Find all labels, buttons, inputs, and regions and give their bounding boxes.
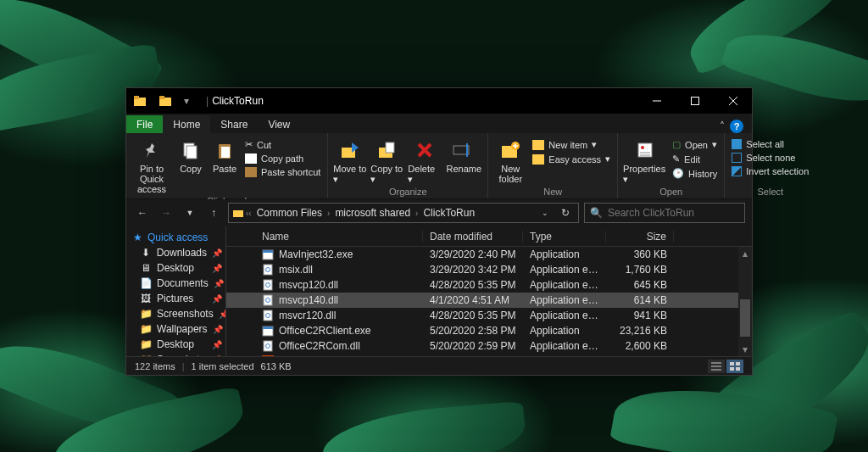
help-icon[interactable]: ? [730, 120, 743, 133]
table-row[interactable]: msix.dll 3/29/2020 3:42 PM Application e… [226, 262, 752, 277]
rename-button[interactable]: Rename [445, 137, 482, 174]
table-row[interactable]: MavInject32.exe 3/29/2020 2:40 PM Applic… [226, 247, 752, 262]
sidebar-item[interactable]: 📄Documents📌 [126, 276, 225, 291]
table-row[interactable]: msvcp120.dll 4/28/2020 5:35 PM Applicati… [226, 277, 752, 293]
file-icon [262, 294, 274, 306]
table-row[interactable]: OfficeC2RClient.exe 5/20/2020 2:58 PM Ap… [226, 323, 752, 338]
download-icon: ⬇ [140, 247, 152, 259]
pin-icon: 📌 [212, 294, 222, 304]
copy-to-button[interactable]: Copy to ▾ [370, 137, 404, 185]
svg-rect-11 [221, 147, 230, 158]
easy-access-button[interactable]: Easy access ▾ [531, 153, 612, 165]
paste-button[interactable]: Paste [209, 137, 240, 174]
file-size: 23,216 KB [606, 325, 674, 337]
back-button[interactable]: ← [133, 204, 152, 222]
sidebar-item[interactable]: 📁Wallpapers📌 [126, 321, 225, 337]
svg-rect-34 [264, 341, 272, 351]
titlebar[interactable]: ▾ | ClickToRun [126, 88, 752, 114]
details-view-button[interactable] [708, 360, 725, 373]
edit-button[interactable]: ✎Edit [670, 153, 719, 165]
folder-icon [133, 94, 147, 108]
new-item-button[interactable]: New item ▾ [531, 138, 612, 151]
table-row[interactable]: msvcp140.dll 4/1/2020 4:51 AM Applicatio… [226, 293, 752, 308]
dropdown-icon[interactable]: ▾ [184, 94, 198, 108]
chevron-up-icon[interactable]: ˄ [720, 120, 725, 132]
crumb[interactable]: Common Files [253, 207, 326, 219]
history-button[interactable]: 🕑History [670, 167, 719, 180]
scroll-thumb[interactable] [740, 299, 750, 337]
move-icon [338, 138, 362, 162]
properties-button[interactable]: Properties ▾ [623, 137, 667, 185]
refresh-button[interactable]: ↻ [556, 204, 575, 222]
file-size: 645 KB [606, 279, 674, 291]
scroll-down-icon[interactable]: ▾ [738, 343, 752, 356]
scroll-up-icon[interactable]: ▴ [738, 247, 752, 260]
recent-button[interactable]: ▼ [181, 204, 199, 222]
file-size: 360 KB [606, 248, 674, 260]
move-to-button[interactable]: Move to ▾ [333, 137, 367, 185]
column-headers[interactable]: Name Date modified Type Size [226, 226, 752, 247]
table-row[interactable]: OfficeC2RCom.dll 5/20/2020 2:59 PM Appli… [226, 338, 752, 354]
file-icon: O [262, 355, 274, 356]
pin-icon [140, 138, 164, 162]
dropdown-icon[interactable]: ⌄ [536, 204, 554, 222]
select-all-button[interactable]: Select all [730, 138, 810, 150]
history-icon: 🕑 [672, 168, 684, 179]
minimize-button[interactable] [637, 88, 676, 114]
breadcrumb[interactable]: ‹‹ Common Files› microsoft shared› Click… [228, 203, 579, 223]
col-name[interactable]: Name [255, 231, 423, 243]
folder-icon [232, 207, 244, 219]
crumb[interactable]: ClickToRun [420, 207, 478, 219]
thumbnails-view-button[interactable] [726, 360, 743, 373]
sidebar-item[interactable]: ⬇Downloads📌 [126, 245, 225, 260]
paste-shortcut-button[interactable]: Paste shortcut [243, 166, 322, 178]
col-date[interactable]: Date modified [423, 231, 523, 243]
maximize-button[interactable] [676, 88, 714, 114]
sidebar-item[interactable]: 🖼Pictures📌 [126, 291, 225, 306]
open-button[interactable]: ▢Open ▾ [670, 138, 719, 151]
sidebar-item[interactable]: 📁Desktop📌 [126, 337, 225, 352]
new-folder-button[interactable]: New folder [493, 137, 527, 184]
file-name: OfficeC2RCom.dll [279, 340, 360, 352]
invert-icon [732, 166, 742, 176]
pin-to-quick-access-button[interactable]: Pin to Quick access [131, 137, 172, 194]
copy-button[interactable]: Copy [175, 137, 206, 174]
forward-button[interactable]: → [157, 204, 175, 222]
col-type[interactable]: Type [523, 231, 606, 243]
file-type: Application exten... [523, 294, 606, 306]
file-type: Application [523, 248, 606, 260]
search-box[interactable]: 🔍 [584, 203, 745, 223]
item-count: 122 items [135, 361, 175, 371]
copy-path-button[interactable]: Copy path [243, 153, 322, 165]
svg-rect-1 [134, 96, 139, 99]
scrollbar[interactable]: ▴ ▾ [738, 247, 752, 356]
close-button[interactable] [714, 88, 752, 114]
tab-home[interactable]: Home [163, 115, 210, 133]
ribbon: Pin to Quick access Copy Paste ✂Cut Copy… [126, 133, 752, 199]
tab-file[interactable]: File [126, 115, 163, 133]
search-input[interactable] [608, 207, 739, 219]
new-item-icon [532, 140, 544, 150]
quick-access[interactable]: ★ Quick access [126, 230, 225, 245]
col-size[interactable]: Size [606, 231, 674, 243]
table-row[interactable]: OOfficeClickToRun.exe 5/20/2020 2:58 PM … [226, 354, 752, 356]
delete-button[interactable]: Delete ▾ [408, 137, 442, 185]
sidebar-item[interactable]: 🖥Desktop📌 [126, 260, 225, 276]
cut-button[interactable]: ✂Cut [243, 138, 322, 151]
group-label: Select [730, 185, 810, 197]
crumb[interactable]: microsoft shared [331, 207, 414, 219]
tab-share[interactable]: Share [210, 115, 258, 133]
select-none-button[interactable]: Select none [730, 152, 810, 164]
svg-rect-26 [264, 280, 272, 290]
svg-rect-9 [186, 146, 197, 159]
file-date: 5/20/2020 2:59 PM [423, 340, 523, 352]
up-button[interactable]: ↑ [204, 204, 223, 222]
table-row[interactable]: msvcr120.dll 4/28/2020 5:35 PM Applicati… [226, 308, 752, 323]
invert-selection-button[interactable]: Invert selection [730, 165, 810, 177]
navigation-pane[interactable]: ★ Quick access ⬇Downloads📌🖥Desktop📌📄Docu… [126, 226, 226, 356]
sidebar-item[interactable]: 📁Screenshots📌 [126, 306, 225, 321]
group-label: Organize [333, 185, 482, 197]
tab-view[interactable]: View [258, 115, 300, 133]
file-icon [262, 310, 274, 321]
file-type: Application exten... [523, 279, 606, 291]
